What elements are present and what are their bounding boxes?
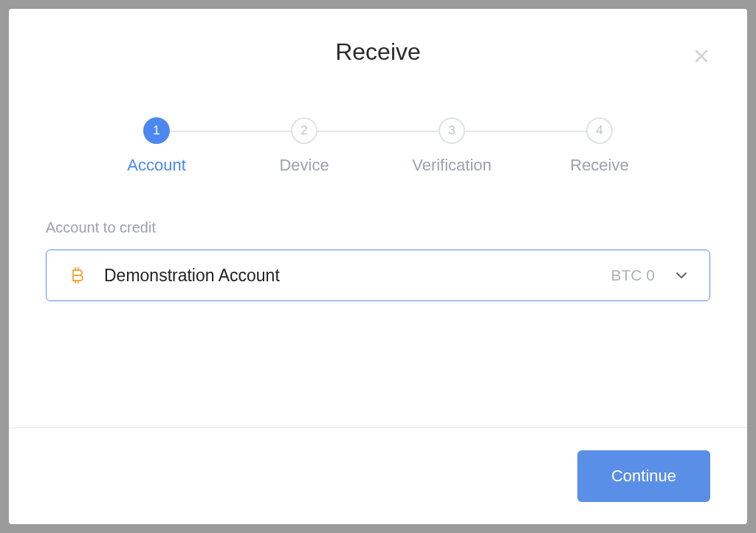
step-connector: [452, 131, 599, 132]
step-account[interactable]: 1 Account: [83, 117, 230, 175]
step-device[interactable]: 2 Device: [230, 117, 378, 175]
modal-footer: Continue: [9, 427, 747, 524]
step-label: Account: [127, 156, 186, 175]
step-circle: 3: [439, 117, 465, 144]
step-verification[interactable]: 3 Verification: [378, 117, 526, 175]
close-button[interactable]: [691, 46, 712, 66]
modal-header: Receive: [9, 9, 747, 80]
step-circle: 1: [143, 117, 170, 144]
modal-body: Account to credit Demonstration Account …: [9, 197, 747, 427]
step-connector: [304, 131, 452, 132]
step-label: Receive: [570, 156, 628, 175]
stepper: 1 Account 2 Device 3 Verification 4 Rece…: [9, 80, 747, 197]
account-name: Demonstration Account: [104, 266, 611, 286]
account-field-label: Account to credit: [46, 219, 710, 236]
continue-button[interactable]: Continue: [577, 450, 710, 502]
account-select[interactable]: Demonstration Account BTC 0: [46, 250, 710, 301]
step-circle: 2: [291, 117, 317, 144]
account-balance: BTC 0: [611, 266, 655, 284]
bitcoin-icon: [67, 265, 88, 286]
step-label: Device: [279, 156, 329, 175]
receive-modal: Receive 1 Account 2 Device 3 Verificatio…: [9, 9, 747, 524]
chevron-down-icon: [674, 268, 689, 283]
modal-title: Receive: [46, 38, 710, 66]
close-icon: [693, 47, 710, 65]
step-connector: [157, 131, 304, 132]
step-label: Verification: [412, 156, 492, 175]
step-circle: 4: [586, 117, 613, 144]
step-receive[interactable]: 4 Receive: [526, 117, 673, 175]
